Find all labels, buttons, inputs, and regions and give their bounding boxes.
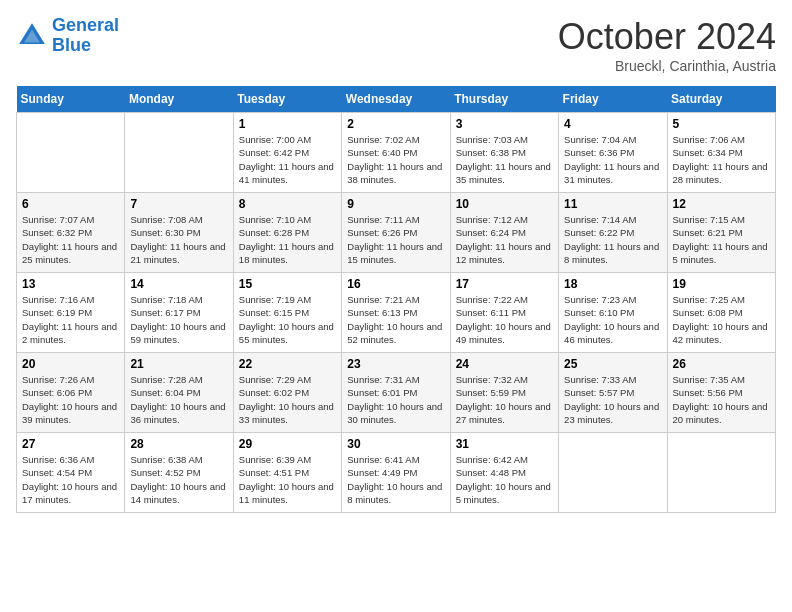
calendar-day-cell: 17Sunrise: 7:22 AM Sunset: 6:11 PM Dayli… [450,273,558,353]
calendar-day-cell [125,113,233,193]
calendar-day-cell: 29Sunrise: 6:39 AM Sunset: 4:51 PM Dayli… [233,433,341,513]
calendar-day-cell: 25Sunrise: 7:33 AM Sunset: 5:57 PM Dayli… [559,353,667,433]
calendar-day-cell: 12Sunrise: 7:15 AM Sunset: 6:21 PM Dayli… [667,193,775,273]
calendar-day-cell: 28Sunrise: 6:38 AM Sunset: 4:52 PM Dayli… [125,433,233,513]
calendar-week-row: 20Sunrise: 7:26 AM Sunset: 6:06 PM Dayli… [17,353,776,433]
day-of-week-header: Tuesday [233,86,341,113]
day-info: Sunrise: 7:25 AM Sunset: 6:08 PM Dayligh… [673,293,770,346]
day-info: Sunrise: 7:31 AM Sunset: 6:01 PM Dayligh… [347,373,444,426]
day-number: 10 [456,197,553,211]
calendar-day-cell: 13Sunrise: 7:16 AM Sunset: 6:19 PM Dayli… [17,273,125,353]
day-number: 1 [239,117,336,131]
month-title: October 2024 [558,16,776,58]
day-info: Sunrise: 6:36 AM Sunset: 4:54 PM Dayligh… [22,453,119,506]
calendar-day-cell: 7Sunrise: 7:08 AM Sunset: 6:30 PM Daylig… [125,193,233,273]
day-number: 30 [347,437,444,451]
day-info: Sunrise: 7:16 AM Sunset: 6:19 PM Dayligh… [22,293,119,346]
day-info: Sunrise: 6:38 AM Sunset: 4:52 PM Dayligh… [130,453,227,506]
day-of-week-header: Wednesday [342,86,450,113]
day-info: Sunrise: 7:29 AM Sunset: 6:02 PM Dayligh… [239,373,336,426]
day-info: Sunrise: 7:35 AM Sunset: 5:56 PM Dayligh… [673,373,770,426]
day-number: 24 [456,357,553,371]
day-info: Sunrise: 7:21 AM Sunset: 6:13 PM Dayligh… [347,293,444,346]
day-number: 8 [239,197,336,211]
calendar-day-cell: 2Sunrise: 7:02 AM Sunset: 6:40 PM Daylig… [342,113,450,193]
calendar-day-cell [17,113,125,193]
day-number: 26 [673,357,770,371]
calendar-day-cell: 27Sunrise: 6:36 AM Sunset: 4:54 PM Dayli… [17,433,125,513]
calendar-day-cell [667,433,775,513]
calendar-table: SundayMondayTuesdayWednesdayThursdayFrid… [16,86,776,513]
day-info: Sunrise: 7:10 AM Sunset: 6:28 PM Dayligh… [239,213,336,266]
day-number: 23 [347,357,444,371]
day-number: 2 [347,117,444,131]
calendar-day-cell: 18Sunrise: 7:23 AM Sunset: 6:10 PM Dayli… [559,273,667,353]
calendar-day-cell: 5Sunrise: 7:06 AM Sunset: 6:34 PM Daylig… [667,113,775,193]
day-number: 12 [673,197,770,211]
calendar-header-row: SundayMondayTuesdayWednesdayThursdayFrid… [17,86,776,113]
day-info: Sunrise: 7:00 AM Sunset: 6:42 PM Dayligh… [239,133,336,186]
day-number: 7 [130,197,227,211]
calendar-day-cell: 1Sunrise: 7:00 AM Sunset: 6:42 PM Daylig… [233,113,341,193]
day-number: 16 [347,277,444,291]
calendar-week-row: 1Sunrise: 7:00 AM Sunset: 6:42 PM Daylig… [17,113,776,193]
title-section: October 2024 Brueckl, Carinthia, Austria [558,16,776,74]
day-number: 31 [456,437,553,451]
day-info: Sunrise: 6:42 AM Sunset: 4:48 PM Dayligh… [456,453,553,506]
day-info: Sunrise: 7:32 AM Sunset: 5:59 PM Dayligh… [456,373,553,426]
logo-icon [16,20,48,52]
day-of-week-header: Monday [125,86,233,113]
day-number: 28 [130,437,227,451]
day-number: 3 [456,117,553,131]
day-of-week-header: Thursday [450,86,558,113]
calendar-day-cell: 4Sunrise: 7:04 AM Sunset: 6:36 PM Daylig… [559,113,667,193]
day-number: 18 [564,277,661,291]
day-number: 9 [347,197,444,211]
calendar-day-cell: 16Sunrise: 7:21 AM Sunset: 6:13 PM Dayli… [342,273,450,353]
day-number: 11 [564,197,661,211]
day-number: 4 [564,117,661,131]
calendar-day-cell: 15Sunrise: 7:19 AM Sunset: 6:15 PM Dayli… [233,273,341,353]
day-of-week-header: Saturday [667,86,775,113]
calendar-day-cell: 31Sunrise: 6:42 AM Sunset: 4:48 PM Dayli… [450,433,558,513]
calendar-day-cell: 23Sunrise: 7:31 AM Sunset: 6:01 PM Dayli… [342,353,450,433]
logo-text: General Blue [52,16,119,56]
calendar-day-cell [559,433,667,513]
calendar-week-row: 27Sunrise: 6:36 AM Sunset: 4:54 PM Dayli… [17,433,776,513]
day-number: 15 [239,277,336,291]
day-info: Sunrise: 7:03 AM Sunset: 6:38 PM Dayligh… [456,133,553,186]
logo-line2: Blue [52,35,91,55]
calendar-day-cell: 11Sunrise: 7:14 AM Sunset: 6:22 PM Dayli… [559,193,667,273]
calendar-day-cell: 30Sunrise: 6:41 AM Sunset: 4:49 PM Dayli… [342,433,450,513]
day-number: 13 [22,277,119,291]
day-info: Sunrise: 7:28 AM Sunset: 6:04 PM Dayligh… [130,373,227,426]
day-info: Sunrise: 7:15 AM Sunset: 6:21 PM Dayligh… [673,213,770,266]
day-info: Sunrise: 7:19 AM Sunset: 6:15 PM Dayligh… [239,293,336,346]
location-subtitle: Brueckl, Carinthia, Austria [558,58,776,74]
day-info: Sunrise: 7:04 AM Sunset: 6:36 PM Dayligh… [564,133,661,186]
calendar-day-cell: 8Sunrise: 7:10 AM Sunset: 6:28 PM Daylig… [233,193,341,273]
calendar-day-cell: 20Sunrise: 7:26 AM Sunset: 6:06 PM Dayli… [17,353,125,433]
day-info: Sunrise: 7:26 AM Sunset: 6:06 PM Dayligh… [22,373,119,426]
day-of-week-header: Sunday [17,86,125,113]
day-info: Sunrise: 7:07 AM Sunset: 6:32 PM Dayligh… [22,213,119,266]
calendar-day-cell: 26Sunrise: 7:35 AM Sunset: 5:56 PM Dayli… [667,353,775,433]
calendar-day-cell: 10Sunrise: 7:12 AM Sunset: 6:24 PM Dayli… [450,193,558,273]
day-number: 22 [239,357,336,371]
day-number: 21 [130,357,227,371]
day-info: Sunrise: 7:06 AM Sunset: 6:34 PM Dayligh… [673,133,770,186]
calendar-day-cell: 9Sunrise: 7:11 AM Sunset: 6:26 PM Daylig… [342,193,450,273]
calendar-day-cell: 22Sunrise: 7:29 AM Sunset: 6:02 PM Dayli… [233,353,341,433]
day-number: 29 [239,437,336,451]
day-number: 5 [673,117,770,131]
day-info: Sunrise: 7:33 AM Sunset: 5:57 PM Dayligh… [564,373,661,426]
day-info: Sunrise: 6:39 AM Sunset: 4:51 PM Dayligh… [239,453,336,506]
day-info: Sunrise: 6:41 AM Sunset: 4:49 PM Dayligh… [347,453,444,506]
logo: General Blue [16,16,119,56]
day-number: 25 [564,357,661,371]
day-number: 27 [22,437,119,451]
calendar-day-cell: 6Sunrise: 7:07 AM Sunset: 6:32 PM Daylig… [17,193,125,273]
day-number: 19 [673,277,770,291]
calendar-day-cell: 19Sunrise: 7:25 AM Sunset: 6:08 PM Dayli… [667,273,775,353]
day-of-week-header: Friday [559,86,667,113]
